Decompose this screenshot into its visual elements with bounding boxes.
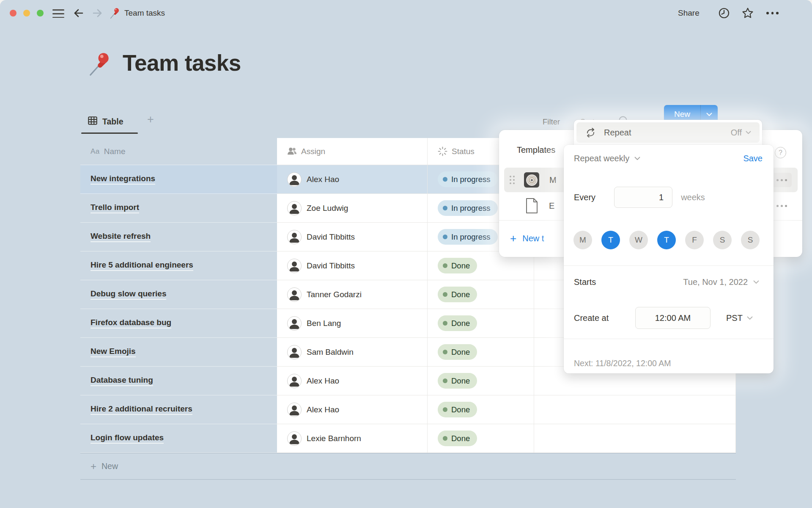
task-name-cell[interactable]: Debug slow queries bbox=[80, 280, 277, 309]
timezone-select[interactable]: PST bbox=[726, 313, 743, 323]
avatar bbox=[287, 431, 302, 446]
filter-button[interactable]: Filter bbox=[543, 117, 560, 127]
share-button[interactable]: Share bbox=[678, 8, 700, 18]
help-icon[interactable]: ? bbox=[775, 147, 786, 158]
avatar bbox=[287, 230, 302, 244]
avatar bbox=[287, 172, 302, 187]
page-icon-pushpin[interactable] bbox=[86, 51, 112, 77]
status-cell[interactable]: Done bbox=[427, 367, 534, 395]
status-badge[interactable]: In progress bbox=[438, 229, 498, 245]
chevron-down-icon bbox=[634, 157, 640, 160]
day-toggle-sunday[interactable]: S bbox=[741, 231, 760, 249]
empty-cell[interactable] bbox=[534, 424, 736, 453]
assign-cell[interactable]: Sam Baldwin bbox=[277, 338, 427, 367]
day-toggle-tuesday[interactable]: T bbox=[601, 231, 620, 249]
add-view-button[interactable]: + bbox=[147, 114, 154, 125]
traffic-close-button[interactable] bbox=[10, 10, 16, 17]
new-template-button[interactable]: + New t bbox=[510, 232, 544, 245]
status-badge[interactable]: Done bbox=[438, 344, 477, 360]
repeat-settings-popup: Repeat weekly Save Every weeks M T W T F… bbox=[564, 145, 774, 373]
back-arrow-icon[interactable] bbox=[73, 7, 85, 19]
assign-cell[interactable]: Alex Hao bbox=[277, 165, 427, 194]
template-item-menu-icon[interactable] bbox=[771, 199, 792, 213]
status-badge[interactable]: Done bbox=[438, 431, 477, 446]
templates-title: Templates bbox=[517, 145, 555, 155]
status-badge[interactable]: Done bbox=[438, 373, 477, 389]
assign-cell[interactable]: Zoe Ludwig bbox=[277, 194, 427, 223]
forward-arrow-icon[interactable] bbox=[91, 7, 103, 19]
time-input[interactable] bbox=[635, 307, 710, 329]
task-name-cell[interactable]: Website refresh bbox=[80, 223, 277, 251]
day-toggle-saturday[interactable]: S bbox=[713, 231, 732, 249]
column-header-assign[interactable]: Assign bbox=[277, 138, 427, 165]
assign-cell[interactable]: Lexie Barnhorn bbox=[277, 424, 427, 453]
favorite-star-icon[interactable] bbox=[741, 7, 754, 19]
assign-cell[interactable]: Alex Hao bbox=[277, 367, 427, 395]
task-name-cell[interactable]: Firefox database bug bbox=[80, 309, 277, 338]
traffic-minimize-button[interactable] bbox=[23, 10, 30, 17]
status-badge[interactable]: In progress bbox=[438, 200, 498, 216]
assign-cell[interactable]: Tanner Godarzi bbox=[277, 280, 427, 309]
status-cell[interactable]: Done bbox=[427, 338, 534, 367]
save-button[interactable]: Save bbox=[743, 154, 763, 163]
task-name-cell[interactable]: Trello import bbox=[80, 194, 277, 223]
cd-icon bbox=[524, 172, 539, 188]
assign-cell[interactable]: David Tibbitts bbox=[277, 223, 427, 251]
template-item-label: M bbox=[549, 175, 557, 185]
every-row: Every weeks bbox=[574, 187, 705, 208]
template-item-menu-icon[interactable] bbox=[771, 173, 792, 187]
plus-icon: + bbox=[510, 233, 516, 244]
status-badge[interactable]: Done bbox=[438, 315, 477, 331]
status-cell[interactable]: Done bbox=[427, 280, 534, 309]
status-spinner-icon bbox=[438, 146, 447, 156]
status-cell[interactable]: Done bbox=[427, 309, 534, 338]
interval-input[interactable] bbox=[614, 187, 672, 208]
task-name-cell[interactable]: Hire 5 additional engineers bbox=[80, 251, 277, 280]
status-badge[interactable]: Done bbox=[438, 402, 477, 417]
task-name-cell[interactable]: New Emojis bbox=[80, 338, 277, 367]
assign-cell[interactable]: Ben Lang bbox=[277, 309, 427, 338]
repeat-menu-value[interactable]: Off bbox=[731, 128, 751, 138]
more-menu-icon[interactable] bbox=[766, 12, 779, 14]
empty-cell[interactable] bbox=[534, 395, 736, 424]
starts-row: Starts Tue, Nov 1, 2022 bbox=[574, 273, 759, 290]
drag-handle-icon[interactable] bbox=[510, 176, 515, 184]
template-item-label: E bbox=[549, 201, 554, 211]
tab-table[interactable]: Table bbox=[102, 117, 123, 127]
repeat-menu-item[interactable]: Repeat Off bbox=[576, 122, 760, 143]
updates-clock-icon[interactable] bbox=[718, 7, 730, 19]
status-badge[interactable]: Done bbox=[438, 258, 477, 273]
day-toggle-wednesday[interactable]: W bbox=[629, 231, 648, 249]
traffic-zoom-button[interactable] bbox=[37, 10, 44, 17]
people-icon bbox=[287, 146, 297, 156]
page-title[interactable]: Team tasks bbox=[123, 50, 241, 76]
frequency-row: Repeat weekly Save bbox=[574, 151, 763, 166]
add-row-button[interactable]: + New bbox=[80, 453, 736, 480]
breadcrumb[interactable]: Team tasks bbox=[124, 8, 165, 18]
assign-cell[interactable]: David Tibbitts bbox=[277, 251, 427, 280]
starts-date-select[interactable]: Tue, Nov 1, 2022 bbox=[683, 277, 748, 287]
status-cell[interactable]: Done bbox=[427, 424, 534, 453]
column-header-name[interactable]: Aa Name bbox=[80, 138, 277, 165]
notion-window: Team tasks Share Team tasks Table + Filt… bbox=[0, 0, 812, 508]
day-toggle-thursday[interactable]: T bbox=[657, 231, 676, 249]
day-toggle-monday[interactable]: M bbox=[573, 231, 592, 249]
status-badge[interactable]: Done bbox=[438, 287, 477, 302]
day-toggle-friday[interactable]: F bbox=[685, 231, 704, 249]
task-name-cell[interactable]: Database tuning bbox=[80, 367, 277, 395]
table-row[interactable]: Hire 2 additional recruiters Alex Hao Do… bbox=[80, 395, 736, 424]
task-name-cell[interactable]: Login flow updates bbox=[80, 424, 277, 453]
assign-cell[interactable]: Alex Hao bbox=[277, 395, 427, 424]
every-unit: weeks bbox=[681, 193, 705, 202]
status-badge[interactable]: In progress bbox=[438, 171, 498, 187]
status-cell[interactable]: Done bbox=[427, 395, 534, 424]
chevron-down-icon bbox=[753, 280, 759, 284]
every-label: Every bbox=[574, 193, 595, 202]
task-name-cell[interactable]: New integrations bbox=[80, 165, 277, 194]
sidebar-toggle-icon[interactable] bbox=[52, 9, 64, 18]
avatar bbox=[287, 374, 302, 388]
frequency-select[interactable]: Repeat weekly bbox=[574, 154, 629, 163]
task-name-cell[interactable]: Hire 2 additional recruiters bbox=[80, 395, 277, 424]
table-row[interactable]: Login flow updates Lexie Barnhorn Done bbox=[80, 424, 736, 453]
table-view-icon bbox=[87, 115, 98, 126]
